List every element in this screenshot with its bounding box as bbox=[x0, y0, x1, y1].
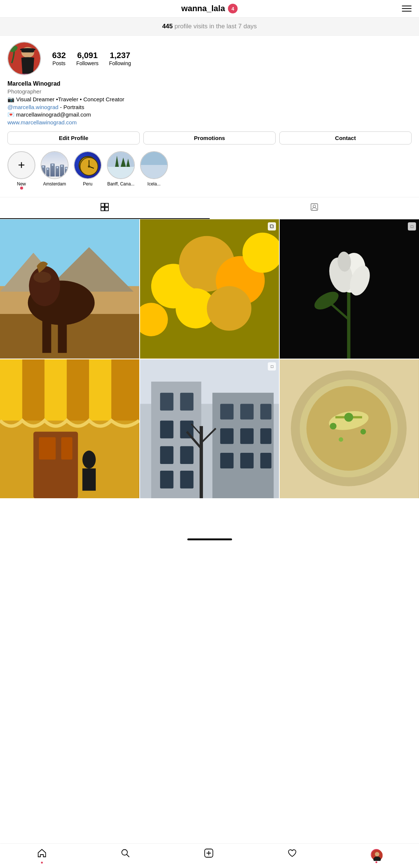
followers-count: 6,091 bbox=[77, 51, 98, 60]
stat-followers[interactable]: 6,091 Followers bbox=[76, 51, 99, 66]
username-label[interactable]: wanna_lala bbox=[181, 4, 225, 13]
svg-point-37 bbox=[207, 286, 251, 331]
grid-cell-3[interactable]: □ bbox=[280, 219, 419, 359]
hamburger-line-2 bbox=[402, 8, 412, 9]
grid-svg bbox=[100, 203, 109, 212]
flowers-svg bbox=[140, 219, 279, 359]
photo-building: □ bbox=[140, 359, 279, 499]
grid-cell-5[interactable]: □ bbox=[140, 359, 279, 499]
svg-rect-19 bbox=[105, 207, 108, 211]
svg-rect-53 bbox=[45, 359, 67, 420]
stats-row: 632 Posts 6,091 Followers 1,237 Followin… bbox=[52, 51, 412, 66]
flower-dark-svg bbox=[280, 219, 419, 359]
highlight-label-new: New bbox=[17, 181, 26, 187]
svg-rect-80 bbox=[220, 453, 234, 468]
bio-name: Marcella Winograd bbox=[7, 80, 412, 87]
highlight-circle-new: + bbox=[7, 151, 35, 179]
photo-market bbox=[0, 359, 139, 499]
highlight-peru[interactable]: Peru bbox=[74, 151, 102, 190]
profile-visits-count: 445 bbox=[162, 23, 172, 30]
svg-point-3 bbox=[20, 48, 36, 51]
svg-rect-18 bbox=[101, 207, 104, 211]
highlight-new[interactable]: + New bbox=[7, 151, 35, 190]
grid-cell-2[interactable] bbox=[140, 219, 279, 359]
media-indicator-3: □ bbox=[408, 222, 416, 230]
ch3 bbox=[50, 163, 55, 177]
svg-rect-70 bbox=[160, 446, 173, 464]
notification-badge[interactable]: 4 bbox=[228, 4, 238, 13]
svg-point-29 bbox=[34, 271, 51, 283]
food-svg bbox=[280, 359, 419, 499]
grid-cell-6[interactable] bbox=[280, 359, 419, 499]
profile-top: 632 Posts 6,091 Followers 1,237 Followin… bbox=[7, 42, 412, 75]
following-count: 1,237 bbox=[110, 51, 130, 60]
top-navigation: wanna_lala 4 bbox=[0, 0, 419, 18]
contact-button[interactable]: Contact bbox=[279, 131, 412, 144]
grid-icon bbox=[100, 203, 109, 214]
ch6 bbox=[65, 167, 68, 177]
bio-website[interactable]: www.marcellawinograd.com bbox=[7, 119, 412, 125]
grid-cell-1[interactable] bbox=[0, 219, 139, 359]
svg-point-60 bbox=[82, 451, 96, 468]
highlights-row: + New Amsterdam bbox=[7, 151, 412, 194]
svg-rect-52 bbox=[22, 359, 45, 420]
profile-section: 632 Posts 6,091 Followers 1,237 Followin… bbox=[0, 36, 419, 197]
clock-face bbox=[79, 156, 97, 175]
promotions-button[interactable]: Promotions bbox=[143, 131, 276, 144]
svg-point-96 bbox=[339, 437, 343, 442]
edit-profile-button[interactable]: Edit Profile bbox=[7, 131, 140, 144]
svg-rect-76 bbox=[260, 404, 272, 419]
market-svg bbox=[0, 359, 139, 499]
svg-rect-17 bbox=[105, 203, 108, 207]
avatar-image bbox=[8, 42, 40, 74]
highlight-iceland[interactable]: Icela... bbox=[140, 151, 168, 190]
bio-section: Marcella Winograd Photographer 📷 Visual … bbox=[7, 80, 412, 131]
bio-title: Photographer bbox=[7, 88, 412, 95]
svg-rect-81 bbox=[240, 453, 254, 468]
followers-label: Followers bbox=[76, 60, 99, 66]
svg-rect-56 bbox=[111, 359, 139, 420]
building-svg bbox=[140, 359, 279, 499]
svg-rect-71 bbox=[180, 446, 193, 464]
following-label: Following bbox=[109, 60, 131, 66]
username-wrap: wanna_lala 4 bbox=[181, 4, 238, 13]
tab-grid[interactable] bbox=[0, 197, 210, 219]
hamburger-menu-button[interactable] bbox=[402, 6, 412, 12]
iceland-svg bbox=[141, 152, 168, 179]
svg-point-94 bbox=[330, 423, 337, 429]
action-buttons: Edit Profile Promotions Contact bbox=[7, 131, 412, 144]
svg-rect-31 bbox=[58, 322, 67, 353]
avatar[interactable] bbox=[7, 42, 41, 75]
svg-point-95 bbox=[361, 429, 366, 435]
svg-rect-79 bbox=[260, 428, 272, 444]
ch5 bbox=[60, 165, 64, 177]
bio-mention-line: @marcella.winograd - Portraits bbox=[7, 104, 412, 110]
highlight-amsterdam[interactable]: Amsterdam bbox=[41, 151, 69, 190]
grid-cell-4[interactable] bbox=[0, 359, 139, 499]
ch2 bbox=[46, 168, 50, 177]
highlight-banff[interactable]: Banff, Cana... bbox=[107, 151, 135, 190]
tagged-svg bbox=[310, 203, 319, 212]
svg-point-93 bbox=[345, 413, 353, 422]
svg-rect-61 bbox=[82, 468, 96, 491]
svg-point-8 bbox=[88, 165, 90, 168]
highlight-circle-peru bbox=[74, 151, 102, 179]
photo-flower-dark: □ bbox=[280, 219, 419, 359]
svg-point-21 bbox=[313, 205, 315, 208]
svg-rect-74 bbox=[220, 404, 234, 419]
svg-rect-16 bbox=[101, 203, 104, 207]
tab-tagged[interactable] bbox=[210, 197, 419, 219]
highlight-circle-amsterdam bbox=[41, 151, 69, 179]
stat-posts[interactable]: 632 Posts bbox=[52, 51, 66, 66]
avatar-svg bbox=[8, 42, 40, 74]
banff-image bbox=[108, 152, 134, 178]
svg-rect-59 bbox=[61, 437, 72, 460]
stat-following[interactable]: 1,237 Following bbox=[109, 51, 131, 66]
home-indicator bbox=[0, 535, 419, 581]
media-indicator-2 bbox=[268, 222, 276, 230]
highlight-label-peru: Peru bbox=[83, 181, 92, 187]
bio-mention[interactable]: @marcella.winograd bbox=[7, 104, 58, 110]
plus-icon: + bbox=[18, 158, 25, 172]
svg-rect-78 bbox=[240, 428, 254, 444]
banff-svg bbox=[108, 152, 135, 179]
